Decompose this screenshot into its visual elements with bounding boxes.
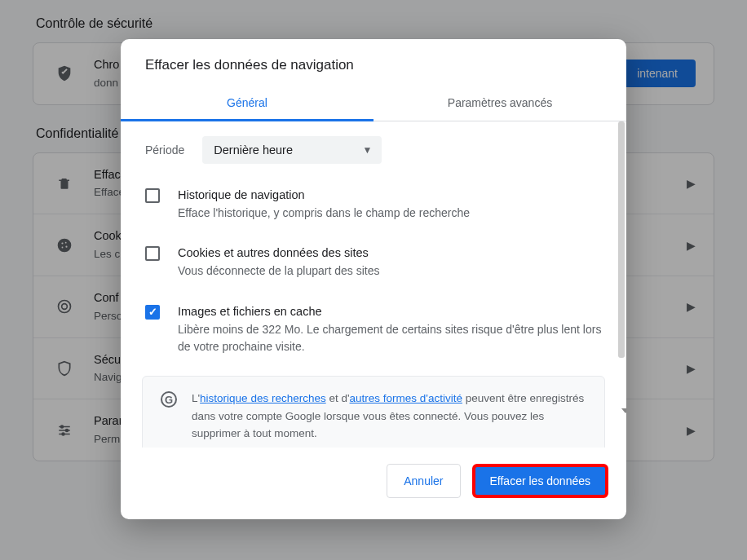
google-logo-icon: G: [161, 391, 177, 408]
link-other-activity[interactable]: autres formes d'activité: [350, 392, 462, 404]
checkbox-cookies[interactable]: [145, 246, 160, 261]
checkbox-cache[interactable]: [145, 305, 160, 320]
period-select[interactable]: Dernière heure ▼: [202, 136, 382, 164]
option-cookies: Cookies et autres données des sites Vous…: [121, 236, 626, 294]
dialog-footer: Annuler Effacer les données: [121, 448, 626, 519]
dialog-body: Période Dernière heure ▼ Historique de n…: [121, 121, 626, 448]
dialog-title: Effacer les données de navigation: [121, 39, 626, 73]
period-label: Période: [145, 143, 184, 157]
option-sub: Libère moins de 322 Mo. Le chargement de…: [178, 321, 602, 356]
clear-data-dialog: Effacer les données de navigation Généra…: [121, 39, 626, 519]
tab-advanced[interactable]: Paramètres avancés: [374, 85, 626, 121]
period-value: Dernière heure: [214, 143, 293, 157]
option-title: Historique de navigation: [178, 187, 602, 205]
dialog-tabs: Général Paramètres avancés: [121, 85, 626, 121]
option-title: Images et fichiers en cache: [178, 303, 602, 321]
google-info-box: G L'historique des recherches et d'autre…: [142, 376, 605, 448]
chevron-down-icon: ▼: [362, 144, 372, 156]
option-cache: Images et fichiers en cache Libère moins…: [121, 295, 626, 371]
option-sub: Efface l'historique, y compris dans le c…: [178, 205, 602, 223]
option-sub: Vous déconnecte de la plupart des sites: [178, 262, 602, 280]
tab-general[interactable]: Général: [121, 85, 374, 121]
cancel-button[interactable]: Annuler: [387, 464, 460, 498]
scrollbar[interactable]: [618, 121, 625, 358]
checkbox-history[interactable]: [145, 188, 160, 203]
google-info-text: L'historique des recherches et d'autres …: [192, 390, 586, 443]
option-history: Historique de navigation Efface l'histor…: [121, 179, 626, 236]
clear-data-button[interactable]: Effacer les données: [472, 464, 609, 498]
link-search-history[interactable]: historique des recherches: [200, 392, 326, 404]
option-title: Cookies et autres données des sites: [178, 245, 602, 262]
